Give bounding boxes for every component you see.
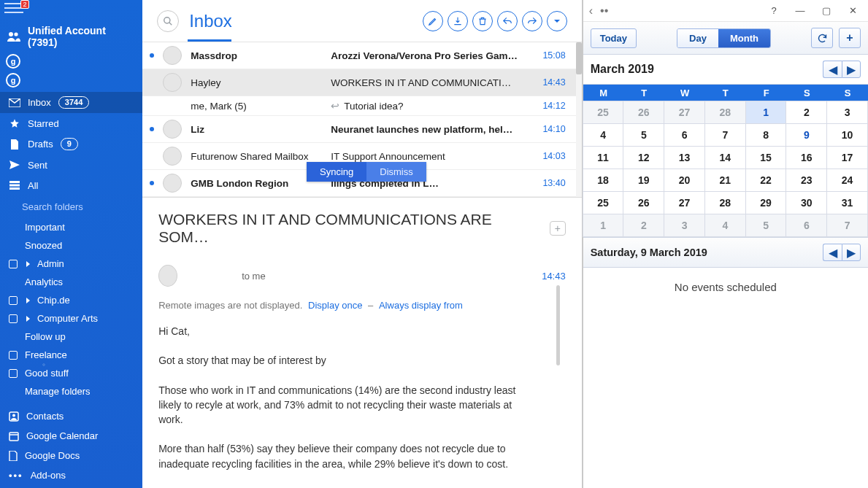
calendar-day[interactable]: 26	[623, 191, 664, 214]
calendar-day[interactable]: 26	[623, 101, 664, 124]
folder-chipde[interactable]: Chip.de	[0, 291, 142, 309]
refresh-button[interactable]	[811, 28, 833, 48]
calendar-day[interactable]: 7	[704, 123, 746, 147]
calendar-day[interactable]: 23	[786, 169, 827, 192]
calendar-day[interactable]: 11	[583, 146, 624, 169]
always-display-link[interactable]: Always display from	[379, 300, 463, 311]
checkbox-icon[interactable]	[9, 260, 18, 268]
calendar-day[interactable]: 27	[664, 191, 705, 214]
calendar-day[interactable]: 5	[745, 214, 787, 237]
calendar-day[interactable]: 19	[623, 169, 664, 192]
compose-button[interactable]	[423, 11, 443, 31]
checkbox-icon[interactable]	[9, 351, 18, 360]
calendar-day[interactable]: 21	[704, 169, 746, 192]
calendar-day[interactable]: 5	[623, 123, 664, 147]
calendar-day[interactable]: 9	[786, 123, 827, 147]
window-maximize[interactable]: ▢	[817, 3, 836, 19]
calendar-day[interactable]: 18	[583, 169, 624, 192]
folder-computerarts[interactable]: Computer Arts	[0, 309, 142, 328]
folder-analytics[interactable]: Analytics	[0, 273, 142, 291]
calendar-day[interactable]: 4	[704, 214, 746, 237]
google-account-1-icon[interactable]: g	[6, 54, 20, 69]
calendar-day[interactable]: 29	[745, 191, 787, 214]
window-close[interactable]: ✕	[843, 3, 862, 19]
calendar-day[interactable]: 20	[664, 169, 705, 192]
forward-button[interactable]	[522, 11, 542, 31]
message-row[interactable]: MassdropArozzi Verona/Verona Pro Series …	[142, 42, 582, 69]
message-list-scrollbar[interactable]	[576, 42, 582, 197]
month-prev[interactable]: ◀	[823, 61, 842, 78]
delete-button[interactable]	[472, 11, 493, 31]
folder-freelance[interactable]: Freelance	[0, 346, 142, 364]
help-button[interactable]: ?	[764, 3, 783, 19]
month-next[interactable]: ▶	[842, 61, 861, 78]
message-row[interactable]: LizNeuranet launches new platform, hel…1…	[142, 116, 582, 143]
view-day[interactable]: Day	[677, 29, 718, 47]
calendar-day[interactable]: 2	[623, 214, 664, 237]
reader-expand-button[interactable]: +	[550, 221, 566, 236]
nav-drafts[interactable]: Drafts 9	[0, 133, 142, 155]
day-prev[interactable]: ◀	[823, 244, 842, 261]
reader-scrollbar[interactable]	[556, 285, 560, 365]
nav-starred[interactable]: Starred	[0, 113, 142, 133]
day-next[interactable]: ▶	[842, 244, 861, 261]
calendar-day[interactable]: 17	[826, 146, 868, 169]
folder-followup[interactable]: Follow up	[0, 328, 142, 346]
search-button[interactable]	[157, 10, 179, 32]
manage-folders[interactable]: Manage folders	[0, 382, 142, 400]
calendar-day[interactable]: 16	[786, 146, 827, 169]
unified-account[interactable]: Unified Account (7391)	[0, 16, 142, 54]
calendar-day[interactable]: 1	[583, 214, 624, 237]
calendar-day[interactable]: 24	[826, 169, 868, 192]
calendar-day[interactable]: 28	[704, 101, 746, 124]
checkbox-icon[interactable]	[9, 314, 18, 323]
calendar-day[interactable]: 4	[583, 123, 624, 147]
link-contacts[interactable]: Contacts	[0, 406, 142, 426]
today-button[interactable]: Today	[591, 28, 637, 48]
link-addons[interactable]: •••Add-ons	[0, 465, 142, 485]
calendar-day[interactable]: 6	[664, 123, 705, 147]
calendar-day[interactable]: 13	[664, 146, 705, 169]
calendar-day[interactable]: 14	[704, 146, 746, 169]
calendar-day[interactable]: 25	[583, 191, 624, 214]
calendar-day[interactable]: 10	[826, 123, 868, 147]
display-once-link[interactable]: Display once	[308, 300, 362, 311]
calendar-day[interactable]: 1	[745, 101, 787, 124]
link-google-calendar[interactable]: Google Calendar	[0, 426, 142, 446]
calendar-day[interactable]: 8	[745, 123, 787, 147]
link-google-docs[interactable]: Google Docs	[0, 446, 142, 465]
message-row[interactable]: HayleyWORKERS IN IT AND COMMUNICATI…14:4…	[142, 69, 582, 96]
view-month[interactable]: Month	[718, 29, 770, 47]
calendar-day[interactable]: 12	[623, 146, 664, 169]
calendar-day[interactable]: 31	[826, 191, 868, 214]
calendar-day[interactable]: 27	[664, 101, 705, 124]
sync-toast-dismiss[interactable]: Dismiss	[366, 162, 426, 182]
folder-important[interactable]: Important	[0, 218, 142, 236]
nav-inbox[interactable]: Inbox 3744	[0, 92, 142, 113]
nav-sent[interactable]: Sent	[0, 155, 142, 175]
calendar-day[interactable]: 30	[786, 191, 827, 214]
calendar-day[interactable]: 15	[745, 146, 787, 169]
reply-button[interactable]	[497, 11, 518, 31]
back-icon[interactable]: ‹	[589, 4, 593, 18]
calendar-day[interactable]: 3	[826, 101, 868, 124]
add-event-button[interactable]: +	[839, 28, 861, 48]
calendar-day[interactable]: 3	[664, 214, 705, 237]
nav-all[interactable]: All	[0, 175, 142, 195]
folder-admin[interactable]: Admin	[0, 255, 142, 273]
overflow-icon[interactable]: ••	[600, 4, 608, 18]
folder-snoozed[interactable]: Snoozed	[0, 236, 142, 255]
google-account-2-icon[interactable]: g	[6, 73, 20, 88]
checkbox-icon[interactable]	[9, 369, 18, 378]
checkbox-icon[interactable]	[9, 296, 18, 305]
window-minimize[interactable]: —	[791, 3, 810, 19]
search-folders-link[interactable]: Search folders	[0, 195, 142, 218]
calendar-day[interactable]: 28	[704, 191, 746, 214]
folder-goodstuff[interactable]: Good stuff	[0, 364, 142, 382]
message-row[interactable]: me, Mark (5)↩Tutorial idea?14:12	[142, 96, 582, 116]
calendar-day[interactable]: 7	[826, 214, 868, 237]
calendar-day[interactable]: 22	[745, 169, 787, 192]
more-button[interactable]	[547, 11, 567, 31]
calendar-day[interactable]: 2	[786, 101, 827, 124]
calendar-day[interactable]: 25	[583, 101, 624, 124]
